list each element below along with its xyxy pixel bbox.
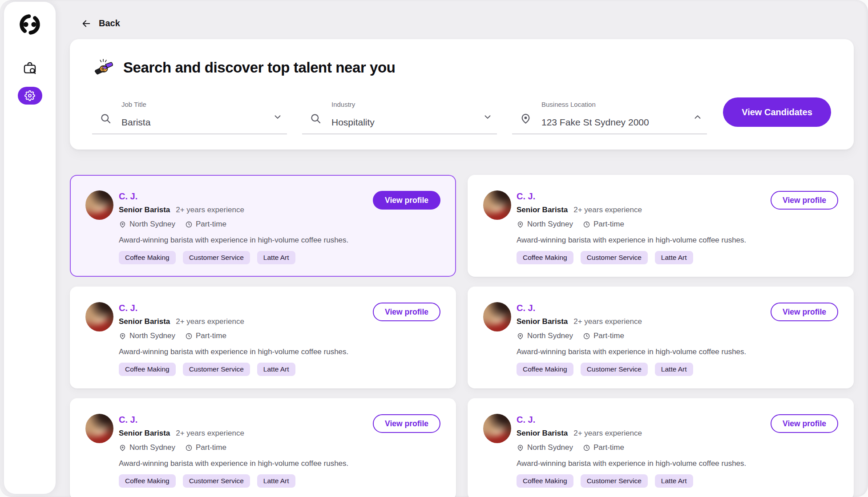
location-pin-icon: [517, 444, 524, 452]
skill-tag: Latte Art: [257, 363, 295, 376]
clock-icon: [583, 444, 590, 452]
candidate-experience: 2+ years experience: [176, 206, 244, 214]
field-label: Job Title: [121, 101, 146, 108]
job-title-field[interactable]: Job Title Barista: [92, 101, 287, 134]
view-profile-button[interactable]: View profile: [771, 303, 838, 321]
candidate-card[interactable]: C. J. Senior Barista 2+ years experience…: [468, 287, 854, 388]
clock-icon: [583, 332, 590, 340]
briefcase-search-icon: [22, 61, 37, 76]
candidate-experience: 2+ years experience: [176, 317, 244, 326]
avatar: [85, 302, 113, 331]
candidate-card[interactable]: C. J. Senior Barista 2+ years experience…: [468, 175, 854, 277]
avatar: [483, 414, 511, 443]
back-label: Back: [99, 18, 120, 28]
skill-tag: Latte Art: [257, 251, 295, 264]
skill-tag: Coffee Making: [119, 363, 176, 376]
skill-tag: Latte Art: [655, 474, 693, 488]
brand-logo-icon: [19, 14, 40, 35]
location-pin-icon: [517, 332, 524, 340]
location-pin-icon: [520, 113, 532, 126]
skill-tag: Coffee Making: [119, 251, 176, 264]
candidate-location: North Sydney: [517, 220, 573, 229]
skill-tag: Customer Service: [581, 251, 648, 264]
candidate-description: Award-winning barista with experience in…: [119, 459, 437, 468]
settings-gear-icon: [24, 90, 35, 101]
business-location-value[interactable]: 123 Fake St Sydney 2000: [541, 117, 649, 128]
skill-tag: Coffee Making: [517, 474, 573, 488]
candidate-employment-type: Part-time: [583, 331, 624, 340]
search-panel: Search and discover top talent near you …: [70, 39, 854, 150]
candidate-description: Award-winning barista with experience in…: [119, 347, 437, 356]
location-pin-icon: [119, 444, 126, 452]
search-fields: Job Title Barista Industry Hospitality: [92, 101, 707, 134]
candidate-location: North Sydney: [119, 443, 175, 452]
chevron-up-icon[interactable]: [693, 112, 702, 124]
candidate-employment-type: Part-time: [185, 220, 226, 229]
candidate-experience: 2+ years experience: [573, 429, 642, 438]
candidate-description: Award-winning barista with experience in…: [517, 347, 835, 356]
skill-tags: Coffee Making Customer Service Latte Art: [517, 251, 835, 264]
view-profile-button[interactable]: View profile: [373, 414, 440, 433]
chevron-down-icon[interactable]: [273, 112, 283, 124]
skill-tags: Coffee Making Customer Service Latte Art: [119, 363, 437, 376]
view-profile-button[interactable]: View profile: [771, 191, 838, 210]
candidate-card[interactable]: C. J. Senior Barista 2+ years experience…: [468, 398, 854, 497]
skill-tag: Customer Service: [183, 251, 250, 264]
sidebar-item-job-search[interactable]: [20, 59, 40, 77]
candidate-location: North Sydney: [517, 443, 573, 452]
industry-field[interactable]: Industry Hospitality: [302, 101, 497, 134]
skill-tags: Coffee Making Customer Service Latte Art: [119, 251, 437, 264]
candidate-location: North Sydney: [517, 331, 573, 340]
view-profile-button[interactable]: View profile: [373, 303, 440, 321]
skill-tags: Coffee Making Customer Service Latte Art: [119, 474, 437, 488]
skill-tags: Coffee Making Customer Service Latte Art: [517, 363, 835, 376]
skill-tag: Customer Service: [581, 474, 648, 488]
candidate-description: Award-winning barista with experience in…: [119, 236, 437, 245]
candidate-location: North Sydney: [119, 331, 175, 340]
candidate-employment-type: Part-time: [583, 443, 624, 452]
skill-tag: Coffee Making: [517, 363, 573, 376]
job-title-value[interactable]: Barista: [121, 117, 150, 128]
candidate-card[interactable]: C. J. Senior Barista 2+ years experience…: [70, 398, 456, 497]
candidate-description: Award-winning barista with experience in…: [517, 236, 835, 245]
candidate-employment-type: Part-time: [185, 443, 226, 452]
candidate-experience: 2+ years experience: [176, 429, 244, 438]
candidate-card[interactable]: C. J. Senior Barista 2+ years experience…: [70, 287, 456, 388]
field-label: Business Location: [541, 101, 596, 108]
app-window: Back: [0, 0, 868, 497]
handshake-emoji: [94, 58, 113, 77]
sidebar-item-settings[interactable]: [18, 87, 42, 105]
avatar: [85, 414, 113, 443]
candidate-role: Senior Barista: [517, 429, 568, 438]
clock-icon: [185, 444, 193, 452]
view-profile-button[interactable]: View profile: [771, 414, 838, 433]
skill-tag: Latte Art: [257, 474, 295, 488]
skill-tags: Coffee Making Customer Service Latte Art: [517, 474, 835, 488]
candidate-role: Senior Barista: [517, 206, 568, 214]
candidate-employment-type: Part-time: [583, 220, 624, 229]
back-button[interactable]: Back: [81, 18, 120, 28]
candidate-experience: 2+ years experience: [573, 317, 642, 326]
skill-tag: Coffee Making: [517, 251, 573, 264]
candidate-role: Senior Barista: [517, 317, 568, 326]
industry-value[interactable]: Hospitality: [331, 117, 375, 128]
location-pin-icon: [517, 221, 524, 228]
business-location-field[interactable]: Business Location 123 Fake St Sydney 200…: [512, 101, 707, 134]
search-icon: [100, 113, 112, 126]
candidate-role: Senior Barista: [119, 317, 170, 326]
chevron-down-icon[interactable]: [483, 112, 493, 124]
view-candidates-button[interactable]: View Candidates: [723, 97, 831, 127]
avatar: [483, 302, 511, 331]
candidate-card[interactable]: C. J. Senior Barista 2+ years experience…: [70, 175, 456, 277]
sidebar: [4, 2, 56, 494]
page-title: Search and discover top talent near you: [123, 59, 396, 76]
brand-logo[interactable]: [19, 14, 40, 35]
clock-icon: [185, 221, 193, 228]
view-profile-button[interactable]: View profile: [373, 191, 440, 210]
candidate-description: Award-winning barista with experience in…: [517, 459, 835, 468]
avatar: [483, 190, 511, 220]
skill-tag: Coffee Making: [119, 474, 176, 488]
field-label: Industry: [331, 101, 355, 108]
candidate-employment-type: Part-time: [185, 331, 226, 340]
candidate-role: Senior Barista: [119, 429, 170, 438]
